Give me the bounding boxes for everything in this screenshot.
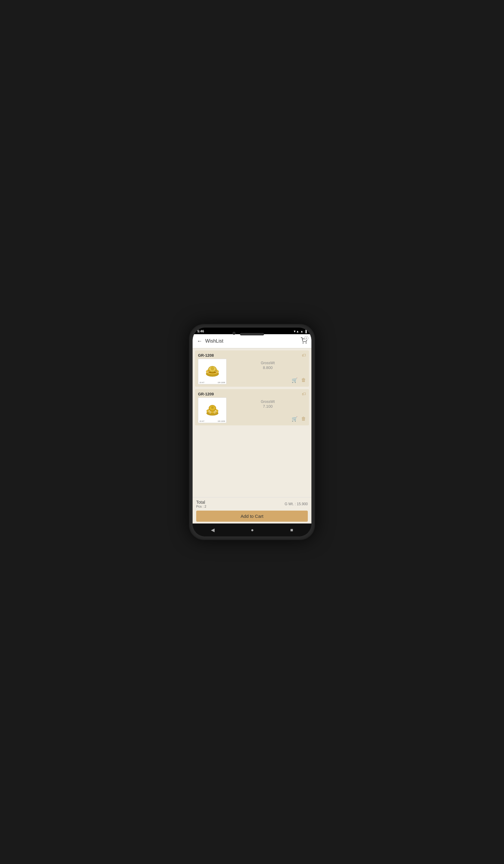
karat-label-1: 22-KT	[200, 382, 204, 383]
ring-image-2	[198, 398, 226, 423]
page-title: WishList	[205, 338, 301, 344]
back-button[interactable]: ←	[197, 338, 202, 344]
add-to-cart-icon-2[interactable]: 🛒	[291, 416, 298, 422]
total-pcs: Pcs : 2	[196, 505, 206, 508]
gw-info: G Wt. : 15.900	[285, 502, 308, 506]
delete-icon-2[interactable]: 🗑	[301, 416, 306, 422]
back-nav-button[interactable]: ◀	[206, 526, 219, 534]
product-info-2: GrossWt 7.100 🛒 🗑	[229, 397, 306, 423]
add-to-cart-button[interactable]: Add to Cart	[196, 511, 308, 522]
wishlist-item-1: GR-1208 🏷	[195, 350, 309, 387]
item-code-2: GR-1209	[198, 392, 214, 396]
battery-icon: ▐	[304, 330, 307, 333]
card-header-2: GR-1209 🏷	[195, 389, 309, 397]
camera	[232, 332, 236, 335]
svg-point-0	[303, 343, 303, 343]
code-label-2: GR-1209	[218, 420, 225, 422]
phone-inner: 5:46 ▼▲ ▲ ▐ ← WishList	[193, 328, 311, 536]
wifi-icon: ▼▲	[293, 330, 299, 333]
card-actions-2: 🛒 🗑	[229, 416, 306, 422]
status-time: 5:46	[197, 329, 204, 333]
cart-badge: 0	[304, 336, 309, 340]
recent-nav-button[interactable]: ■	[286, 526, 298, 534]
tag-icon-1: 🏷	[302, 353, 306, 358]
weight-info-1: GrossWt 8.800	[229, 360, 306, 370]
weight-label-2: GrossWt	[261, 400, 275, 404]
weight-info-2: GrossWt 7.100	[229, 399, 306, 409]
wishlist-content: GR-1208 🏷	[193, 348, 311, 497]
svg-point-8	[211, 367, 214, 370]
bottom-nav: ◀ ● ■	[193, 524, 311, 536]
product-info-1: GrossWt 8.800 🛒 🗑	[229, 359, 306, 384]
svg-point-23	[208, 411, 208, 412]
header: ← WishList 0	[193, 334, 311, 348]
footer: Total Pcs : 2 G Wt. : 15.900 Add to Cart	[193, 497, 311, 524]
product-label-1: 22-KT GR-1208	[198, 382, 226, 383]
ring-svg-1	[203, 363, 221, 380]
total-label: Total	[196, 500, 206, 505]
status-icons: ▼▲ ▲ ▐	[293, 330, 307, 333]
delete-icon-1[interactable]: 🗑	[301, 377, 306, 383]
product-label-2: 22-KT GR-1209	[198, 420, 226, 422]
product-image-1: 22-KT GR-1208	[198, 359, 227, 384]
tag-icon-2: 🏷	[302, 392, 306, 396]
svg-point-10	[215, 371, 216, 372]
svg-point-1	[306, 343, 306, 343]
add-to-cart-icon-1[interactable]: 🛒	[291, 377, 298, 383]
card-header-1: GR-1208 🏷	[195, 350, 309, 359]
product-image-2: 22-KT GR-1209	[198, 397, 227, 423]
screen: 5:46 ▼▲ ▲ ▐ ← WishList	[193, 328, 311, 536]
svg-point-11	[207, 372, 208, 373]
footer-summary: Total Pcs : 2 G Wt. : 15.900	[196, 500, 308, 508]
home-nav-button[interactable]: ●	[246, 526, 259, 534]
ring-svg-2	[203, 402, 221, 419]
svg-point-9	[208, 371, 209, 372]
svg-point-12	[216, 372, 217, 373]
weight-value-2: 7.100	[229, 404, 306, 409]
karat-label-2: 22-KT	[200, 420, 204, 422]
card-actions-1: 🛒 🗑	[229, 377, 306, 383]
svg-point-20	[211, 407, 214, 409]
app-screen: ← WishList 0	[193, 334, 311, 524]
item-code-1: GR-1208	[198, 353, 214, 358]
svg-point-24	[216, 411, 217, 412]
cart-button[interactable]: 0	[301, 337, 307, 345]
code-label-1: GR-1208	[218, 382, 225, 383]
svg-point-22	[215, 410, 216, 411]
signal-icon: ▲	[300, 330, 303, 333]
svg-point-21	[209, 410, 210, 411]
phone-frame: 5:46 ▼▲ ▲ ▐ ← WishList	[189, 324, 315, 540]
weight-value-1: 8.800	[229, 365, 306, 370]
ring-image-1	[198, 359, 226, 384]
total-info: Total Pcs : 2	[196, 500, 206, 508]
wishlist-item-2: GR-1209 🏷	[195, 389, 309, 425]
speaker	[240, 333, 264, 335]
card-body-1: 22-KT GR-1208 GrossWt 8.800 🛒	[195, 359, 309, 387]
card-body-2: 22-KT GR-1209 GrossWt 7.100 🛒	[195, 397, 309, 425]
weight-label-1: GrossWt	[261, 361, 275, 365]
